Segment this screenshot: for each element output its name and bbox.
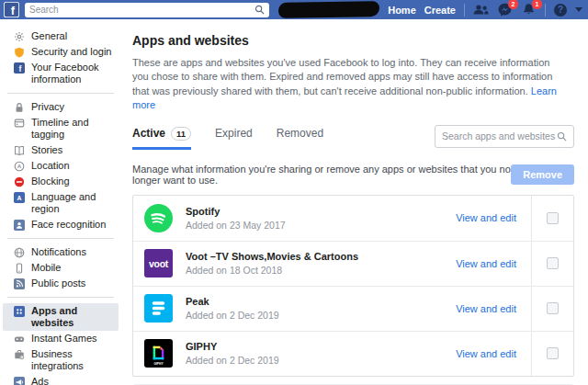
settings-sidebar: General Security and login f Your Facebo… <box>0 19 121 385</box>
app-name: Peak <box>186 296 456 307</box>
public-posts-icon <box>13 277 25 289</box>
sidebar-item-business-integrations[interactable]: Business integrations <box>3 346 119 374</box>
svg-text:GIPHY: GIPHY <box>153 362 164 366</box>
megaphone-icon <box>13 376 25 385</box>
app-checkbox[interactable] <box>547 257 559 269</box>
sidebar-item-label: Notifications <box>31 246 86 258</box>
sidebar-item-timeline-and-tagging[interactable]: Timeline and tagging <box>3 115 119 142</box>
redacted-profile-area[interactable] <box>278 1 379 18</box>
active-count-badge: 11 <box>171 127 191 141</box>
blocking-icon <box>13 176 25 187</box>
view-and-edit-link[interactable]: View and edit <box>456 348 516 359</box>
messenger-icon[interactable]: 2 <box>497 3 513 17</box>
sidebar-item-ads[interactable]: Ads <box>3 374 119 385</box>
notifications-bell-icon[interactable]: 1 <box>521 3 537 17</box>
description-text: These are apps and websites you've used … <box>132 57 552 96</box>
view-and-edit-link[interactable]: View and edit <box>456 212 516 223</box>
sidebar-item-mobile[interactable]: Mobile <box>3 260 119 276</box>
sidebar-item-label: Your Facebook information <box>31 62 113 85</box>
language-icon: A <box>13 191 25 203</box>
shield-icon <box>13 46 25 58</box>
spotify-logo <box>144 204 173 232</box>
location-icon: A <box>13 160 25 172</box>
app-row-giphy: GIPHY GIPHY Added on 2 Dec 2019 View and… <box>133 331 573 376</box>
gear-icon <box>13 30 25 42</box>
app-checkbox[interactable] <box>547 212 559 224</box>
sidebar-item-location[interactable]: A Location <box>3 158 119 174</box>
tab-active[interactable]: Active 11 <box>132 127 191 150</box>
apps-list: Spotify Added on 23 May 2017 View and ed… <box>132 195 574 377</box>
checkbox-cell <box>531 332 573 376</box>
nav-divider <box>545 4 546 17</box>
voot-logo-text: voot <box>149 258 168 269</box>
app-added-date: Added on 2 Dec 2019 <box>186 355 456 366</box>
sidebar-item-security-and-login[interactable]: Security and login <box>3 44 119 60</box>
sidebar-item-public-posts[interactable]: Public posts <box>3 276 119 291</box>
facebook-square-icon: f <box>13 62 25 74</box>
sidebar-item-language-and-region[interactable]: A Language and region <box>3 189 119 217</box>
svg-text:A: A <box>17 194 21 200</box>
sidebar-item-stories[interactable]: Stories <box>3 142 119 158</box>
apps-search-bar <box>435 125 574 148</box>
view-and-edit-link[interactable]: View and edit <box>456 303 516 314</box>
view-and-edit-link[interactable]: View and edit <box>456 258 516 269</box>
sidebar-item-apps-and-websites[interactable]: Apps and websites <box>3 303 119 331</box>
sidebar-item-label: Public posts <box>31 277 85 289</box>
gamepad-icon <box>13 333 25 345</box>
sidebar-item-privacy[interactable]: Privacy <box>3 99 119 115</box>
app-checkbox[interactable] <box>547 302 559 314</box>
sidebar-item-label: Mobile <box>31 262 61 274</box>
app-name: Voot –TV Shows,Movies & Cartoons <box>186 251 456 262</box>
sidebar-item-label: Security and login <box>31 46 111 58</box>
create-link[interactable]: Create <box>424 5 456 16</box>
app-checkbox[interactable] <box>547 347 559 359</box>
sidebar-item-label: Ads <box>31 376 49 385</box>
tab-row: Active 11 Expired Removed <box>132 125 574 152</box>
tab-label: Expired <box>215 127 253 140</box>
checkbox-cell <box>531 196 573 241</box>
mobile-icon <box>13 262 25 274</box>
peak-logo <box>144 294 173 323</box>
global-search-bar <box>25 3 269 17</box>
home-link[interactable]: Home <box>388 5 416 16</box>
top-nav-bar: f Home Create 2 <box>0 0 588 19</box>
tab-label: Active <box>132 127 165 140</box>
sidebar-item-label: Business integrations <box>31 348 113 372</box>
globe-icon <box>13 246 25 258</box>
facebook-logo[interactable]: f <box>4 2 19 17</box>
account-caret-icon[interactable] <box>575 7 582 12</box>
tab-expired[interactable]: Expired <box>215 127 253 149</box>
remove-button[interactable]: Remove <box>511 164 574 185</box>
sidebar-item-blocking[interactable]: Blocking <box>3 174 119 189</box>
app-row-spotify: Spotify Added on 23 May 2017 View and ed… <box>133 196 573 241</box>
checkbox-cell <box>531 287 573 331</box>
app-name: GIPHY <box>186 341 456 352</box>
manage-text: Manage what information you're sharing o… <box>132 164 511 186</box>
sidebar-item-instant-games[interactable]: Instant Games <box>3 331 119 346</box>
sidebar-item-label: Instant Games <box>31 333 97 345</box>
sidebar-item-face-recognition[interactable]: Face recognition <box>3 217 119 232</box>
tab-label: Removed <box>277 127 323 140</box>
page-description: These are apps and websites you've used … <box>132 56 566 113</box>
manage-row: Manage what information you're sharing o… <box>132 164 574 186</box>
apps-search-input[interactable] <box>442 130 557 142</box>
app-added-date: Added on 18 Oct 2018 <box>186 265 456 276</box>
sidebar-divider <box>7 238 114 239</box>
sidebar-item-general[interactable]: General <box>3 28 119 44</box>
timeline-icon <box>13 117 25 129</box>
main-content: Apps and websites These are apps and web… <box>121 19 588 385</box>
briefcase-icon <box>13 348 25 360</box>
nav-divider <box>464 4 465 17</box>
search-icon[interactable] <box>557 131 567 142</box>
app-added-date: Added on 2 Dec 2019 <box>186 310 456 321</box>
sidebar-item-notifications[interactable]: Notifications <box>3 244 119 260</box>
sidebar-item-your-facebook-information[interactable]: f Your Facebook information <box>3 60 119 87</box>
friend-requests-icon[interactable] <box>473 3 489 17</box>
messenger-badge: 2 <box>508 0 518 9</box>
lock-icon <box>13 101 25 113</box>
global-search-input[interactable] <box>29 4 254 17</box>
tab-removed[interactable]: Removed <box>277 127 323 149</box>
sidebar-divider <box>7 297 114 298</box>
search-icon[interactable] <box>254 5 265 15</box>
help-icon[interactable]: ? <box>554 4 567 17</box>
